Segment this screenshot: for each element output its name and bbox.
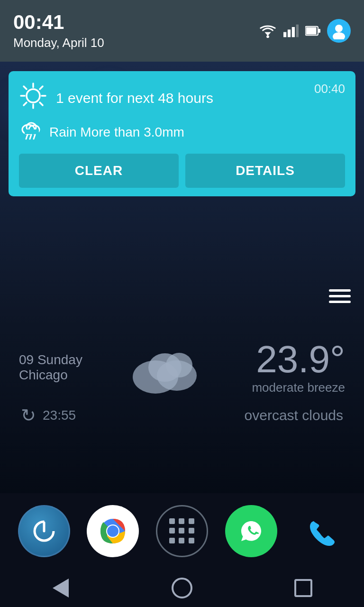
weather-widget: 09 Sunday Chicago 23.9° moderate breeze …	[0, 337, 364, 426]
rain-icon	[21, 119, 43, 145]
menu-icon[interactable]	[329, 289, 351, 303]
refresh-time: 23:55	[43, 408, 76, 423]
svg-point-10	[333, 32, 345, 39]
svg-rect-5	[296, 25, 299, 37]
app-phone[interactable]	[294, 505, 346, 557]
status-time-date: 00:41 Monday, April 10	[13, 11, 104, 50]
app-power[interactable]	[18, 505, 70, 557]
menu-line-1	[329, 289, 351, 292]
app-grid[interactable]	[156, 505, 208, 557]
home-icon	[172, 578, 192, 598]
svg-point-1	[266, 36, 269, 38]
weather-description: overcast clouds	[245, 407, 345, 423]
svg-point-36	[107, 525, 118, 537]
avatar-icon	[327, 19, 351, 43]
refresh-row: ↻ 23:55	[21, 405, 76, 426]
svg-rect-3	[288, 29, 291, 37]
refresh-icon[interactable]: ↻	[21, 405, 36, 426]
weather-right: 23.9° moderate breeze	[252, 340, 345, 395]
svg-marker-0	[264, 32, 271, 36]
notification-rain-text: Rain More than 3.0mm	[49, 125, 184, 140]
app-chrome[interactable]	[87, 505, 139, 557]
svg-point-14	[166, 353, 192, 377]
svg-point-9	[335, 25, 343, 32]
weather-top: 09 Sunday Chicago 23.9° moderate breeze	[19, 337, 345, 398]
notif-top-row: 1 event for next 48 hours 00:40	[19, 82, 345, 114]
svg-rect-27	[25, 129, 39, 134]
status-bar: 00:41 Monday, April 10	[0, 0, 364, 62]
nav-home-button[interactable]	[168, 574, 196, 602]
clear-button[interactable]: CLEAR	[19, 154, 179, 188]
svg-rect-4	[292, 27, 295, 37]
battery-icon	[305, 25, 320, 37]
weather-bottom: ↻ 23:55 overcast clouds	[19, 405, 345, 426]
status-time: 00:41	[13, 11, 104, 33]
svg-rect-8	[306, 27, 317, 34]
status-icons	[259, 19, 351, 43]
svg-rect-7	[318, 29, 320, 33]
recent-icon	[294, 579, 312, 597]
svg-line-22	[40, 86, 43, 89]
notif-rain-row: Rain More than 3.0mm	[19, 119, 345, 145]
svg-line-30	[34, 135, 35, 139]
cloud-icon	[125, 337, 210, 398]
nav-recent-button[interactable]	[289, 574, 318, 602]
svg-rect-2	[283, 32, 286, 37]
notification-buttons: CLEAR DETAILS	[19, 154, 345, 188]
svg-line-28	[26, 135, 27, 139]
weather-day: 09 Sunday	[19, 352, 82, 368]
svg-line-21	[40, 102, 43, 105]
svg-line-23	[24, 102, 27, 105]
svg-line-20	[24, 86, 27, 89]
grid-dots	[169, 518, 195, 544]
notification-timestamp: 00:40	[314, 82, 345, 96]
weather-left: 09 Sunday Chicago	[19, 352, 82, 383]
sun-icon	[19, 82, 47, 114]
svg-point-15	[27, 89, 40, 102]
nav-bar	[0, 569, 364, 607]
app-whatsapp[interactable]	[225, 505, 277, 557]
details-button[interactable]: DETAILS	[185, 154, 345, 188]
notification-card: 1 event for next 48 hours 00:40 Rain Mor…	[9, 71, 355, 196]
status-date: Monday, April 10	[13, 36, 104, 50]
weather-temperature: 23.9°	[256, 340, 345, 378]
menu-line-2	[329, 295, 351, 297]
nav-back-button[interactable]	[46, 574, 75, 602]
wifi-icon	[259, 24, 277, 38]
menu-line-3	[329, 301, 351, 303]
back-icon	[53, 579, 69, 598]
signal-icon	[283, 24, 299, 38]
app-dock	[0, 493, 364, 569]
weather-wind: moderate breeze	[252, 380, 345, 395]
weather-city: Chicago	[19, 368, 82, 383]
svg-line-29	[30, 135, 31, 139]
notification-title: 1 event for next 48 hours	[56, 90, 213, 106]
notif-main: 1 event for next 48 hours	[19, 82, 314, 114]
